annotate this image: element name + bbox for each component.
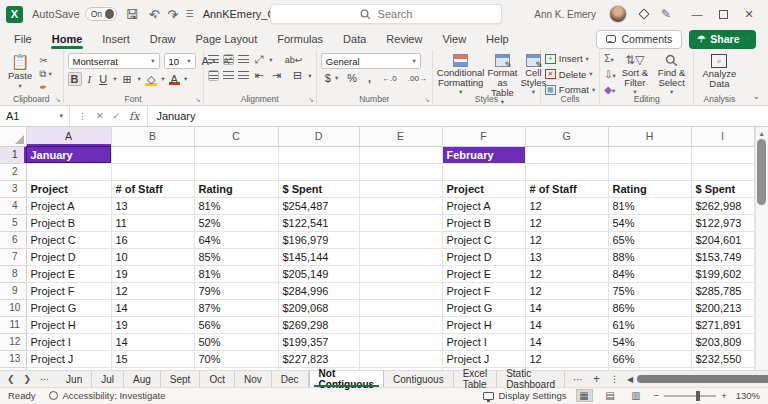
column-header-g[interactable]: G <box>525 127 608 146</box>
formula-input[interactable]: January <box>148 110 195 122</box>
collapse-ribbon-icon[interactable]: ⌄ <box>744 91 768 105</box>
cell-E4[interactable] <box>359 197 442 214</box>
cell-F5[interactable]: Project B <box>442 214 525 231</box>
sheet-tab-static-dashboard[interactable]: Static Dashboard <box>497 371 565 387</box>
zoom-thumb[interactable] <box>696 391 700 401</box>
cell-G8[interactable]: 12 <box>525 265 608 282</box>
increase-decimal-icon[interactable]: ←.0 <box>380 74 399 83</box>
cell-C5[interactable]: 52% <box>194 214 278 231</box>
cell-E12[interactable] <box>359 333 442 350</box>
format-painter-icon[interactable]: ✒ <box>39 81 51 93</box>
align-middle-icon[interactable] <box>223 54 234 65</box>
fill-icon[interactable]: ⇩▾ <box>604 69 616 80</box>
cell-C10[interactable]: 87% <box>194 299 278 316</box>
paste-button[interactable]: 📋 Paste ▾ <box>4 53 36 91</box>
row-header-12[interactable]: 12 <box>0 333 26 350</box>
cell-E7[interactable] <box>359 248 442 265</box>
align-top-icon[interactable] <box>208 55 219 64</box>
tab-home[interactable]: Home <box>42 30 93 49</box>
cut-icon[interactable]: ✂ <box>39 54 51 66</box>
display-settings-button[interactable]: Display Settings <box>483 390 566 401</box>
cell-A9[interactable]: Project F <box>26 282 111 299</box>
currency-icon[interactable]: $ <box>323 72 333 84</box>
cell-B5[interactable]: 11 <box>111 214 194 231</box>
row-header-9[interactable]: 9 <box>0 282 26 299</box>
alignment-dialog-launcher-icon[interactable]: ↘ <box>308 96 314 104</box>
cell-E10[interactable] <box>359 299 442 316</box>
sheet-tab-jul[interactable]: Jul <box>92 371 124 387</box>
cell-I9[interactable]: $285,785 <box>691 282 754 299</box>
redo-button[interactable]: ↷▾ <box>167 7 175 22</box>
tab-formulas[interactable]: Formulas <box>267 30 333 49</box>
scroll-up-icon[interactable]: ▲ <box>758 127 765 139</box>
cell-H6[interactable]: 65% <box>608 231 691 248</box>
save-icon[interactable]: 🖫 <box>126 7 139 22</box>
cell-A13[interactable]: Project J <box>26 350 111 367</box>
cell-G13[interactable]: 12 <box>525 350 608 367</box>
cell-D3[interactable]: $ Spent <box>278 180 359 197</box>
row-header-8[interactable]: 8 <box>0 265 26 282</box>
align-bottom-icon[interactable] <box>238 55 249 64</box>
cell-B9[interactable]: 12 <box>111 282 194 299</box>
cell-H10[interactable]: 86% <box>608 299 691 316</box>
cell-D13[interactable]: $227,823 <box>278 350 359 367</box>
cell-C8[interactable]: 81% <box>194 265 278 282</box>
column-header-f[interactable]: F <box>442 127 525 146</box>
cell-E6[interactable] <box>359 231 442 248</box>
sheet-tab-excel-table[interactable]: Excel Table <box>454 371 497 387</box>
cell-I3[interactable]: $ Spent <box>691 180 754 197</box>
underline-button[interactable]: U <box>97 73 109 85</box>
font-name-select[interactable]: Montserrat▾ <box>68 53 160 69</box>
cell-C4[interactable]: 81% <box>194 197 278 214</box>
name-box[interactable]: A1 ▾ <box>0 106 70 126</box>
accessibility-status[interactable]: Accessibility: Investigate <box>49 390 165 401</box>
cell-G7[interactable]: 13 <box>525 248 608 265</box>
excel-app-icon[interactable]: X <box>6 6 23 23</box>
gem-icon[interactable] <box>638 8 649 19</box>
tab-draw[interactable]: Draw <box>140 30 186 49</box>
comma-icon[interactable]: , <box>366 72 373 84</box>
fill-color-icon[interactable]: ◇ <box>145 73 157 86</box>
row-header-3[interactable]: 3 <box>0 180 26 197</box>
cell-G6[interactable]: 12 <box>525 231 608 248</box>
avatar[interactable] <box>609 5 627 23</box>
cell-A11[interactable]: Project H <box>26 316 111 333</box>
cell-E13[interactable] <box>359 350 442 367</box>
next-sheet-icon[interactable]: ❯ <box>24 374 32 384</box>
sheet-tab-dec[interactable]: Dec <box>272 371 309 387</box>
cell-C11[interactable]: 56% <box>194 316 278 333</box>
cell-F11[interactable]: Project H <box>442 316 525 333</box>
tab-page-layout[interactable]: Page Layout <box>185 30 267 49</box>
number-dialog-launcher-icon[interactable]: ↘ <box>424 96 430 104</box>
align-right-icon[interactable] <box>238 71 249 80</box>
orientation-icon[interactable]: ⤢ <box>253 53 266 66</box>
cell-A5[interactable]: Project B <box>26 214 111 231</box>
cell-A3[interactable]: Project <box>26 180 111 197</box>
wrap-text-icon[interactable]: ab↩ <box>283 55 305 65</box>
horizontal-scrollbar[interactable]: ◀ ▶ <box>627 371 768 387</box>
cell-D9[interactable]: $284,996 <box>278 282 359 299</box>
cell-E1[interactable] <box>359 146 442 163</box>
cell-C2[interactable] <box>194 163 278 180</box>
customize-qat-icon[interactable]: ☰ <box>186 9 194 19</box>
cell-F12[interactable]: Project I <box>442 333 525 350</box>
cell-G10[interactable]: 14 <box>525 299 608 316</box>
cell-D8[interactable]: $205,149 <box>278 265 359 282</box>
cell-A2[interactable] <box>26 163 111 180</box>
cell-F3[interactable]: Project <box>442 180 525 197</box>
cell-H8[interactable]: 84% <box>608 265 691 282</box>
tab-file[interactable]: File <box>4 30 42 49</box>
autosave-pill[interactable]: On <box>85 7 117 21</box>
cell-G11[interactable]: 14 <box>525 316 608 333</box>
row-header-7[interactable]: 7 <box>0 248 26 265</box>
cell-F8[interactable]: Project E <box>442 265 525 282</box>
zoom-slider[interactable]: − + <box>654 390 727 401</box>
italic-button[interactable]: I <box>86 73 94 85</box>
undo-button[interactable]: ↶▾ <box>149 7 157 22</box>
bold-button[interactable]: B <box>68 72 82 86</box>
cell-G2[interactable] <box>525 163 608 180</box>
cell-E11[interactable] <box>359 316 442 333</box>
prev-sheet-icon[interactable]: ❮ <box>7 374 15 384</box>
search-input[interactable]: Search <box>270 4 502 24</box>
copy-icon[interactable]: ⧉▾ <box>39 68 51 80</box>
